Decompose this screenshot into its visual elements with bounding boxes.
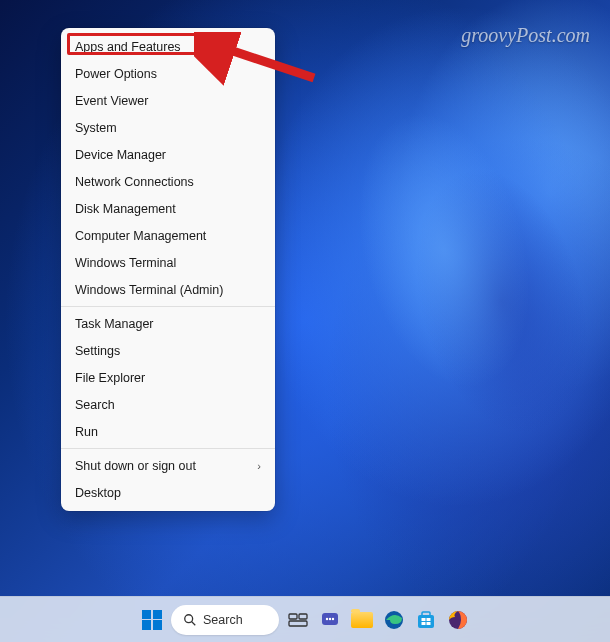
menu-item-label: Network Connections <box>75 175 194 189</box>
watermark-text: groovyPost.com <box>461 24 590 47</box>
svg-point-8 <box>326 617 328 619</box>
taskbar-app-explorer[interactable] <box>349 607 375 633</box>
task-view-icon <box>288 612 308 628</box>
task-view-button[interactable] <box>285 607 311 633</box>
menu-item-device-manager[interactable]: Device Manager <box>61 141 275 168</box>
menu-item-label: Search <box>75 398 115 412</box>
menu-item-file-explorer[interactable]: File Explorer <box>61 364 275 391</box>
menu-item-label: Windows Terminal (Admin) <box>75 283 223 297</box>
svg-point-2 <box>185 614 193 622</box>
menu-item-label: Desktop <box>75 486 121 500</box>
edge-icon <box>383 609 405 631</box>
menu-item-label: Disk Management <box>75 202 176 216</box>
svg-point-9 <box>329 617 331 619</box>
menu-item-label: Apps and Features <box>75 40 181 54</box>
svg-rect-17 <box>427 622 431 625</box>
svg-rect-12 <box>418 615 434 628</box>
menu-item-label: Computer Management <box>75 229 206 243</box>
menu-item-label: File Explorer <box>75 371 145 385</box>
menu-separator <box>61 448 275 449</box>
menu-item-label: Run <box>75 425 98 439</box>
menu-item-label: Settings <box>75 344 120 358</box>
firefox-icon <box>447 609 469 631</box>
svg-rect-5 <box>299 614 307 619</box>
menu-item-label: Windows Terminal <box>75 256 176 270</box>
chevron-right-icon: › <box>257 460 261 472</box>
menu-item-task-manager[interactable]: Task Manager <box>61 310 275 337</box>
svg-rect-6 <box>289 621 307 626</box>
menu-item-disk-management[interactable]: Disk Management <box>61 195 275 222</box>
taskbar-app-edge[interactable] <box>381 607 407 633</box>
file-explorer-icon <box>351 612 373 628</box>
menu-item-windows-terminal-admin[interactable]: Windows Terminal (Admin) <box>61 276 275 303</box>
menu-item-run[interactable]: Run <box>61 418 275 445</box>
menu-item-system[interactable]: System <box>61 114 275 141</box>
taskbar-app-chat[interactable] <box>317 607 343 633</box>
svg-line-3 <box>192 621 196 625</box>
taskbar-app-firefox[interactable] <box>445 607 471 633</box>
svg-rect-4 <box>289 614 297 619</box>
taskbar-search-label: Search <box>203 613 243 627</box>
menu-item-label: Device Manager <box>75 148 166 162</box>
search-icon <box>183 613 197 627</box>
menu-item-label: Event Viewer <box>75 94 148 108</box>
svg-rect-14 <box>422 618 426 621</box>
windows-logo-icon <box>142 610 162 630</box>
menu-item-windows-terminal[interactable]: Windows Terminal <box>61 249 275 276</box>
menu-item-settings[interactable]: Settings <box>61 337 275 364</box>
menu-item-network-connections[interactable]: Network Connections <box>61 168 275 195</box>
menu-item-search[interactable]: Search <box>61 391 275 418</box>
start-button[interactable] <box>139 607 165 633</box>
chat-icon <box>319 609 341 631</box>
menu-item-computer-management[interactable]: Computer Management <box>61 222 275 249</box>
winx-context-menu: Apps and FeaturesPower OptionsEvent View… <box>61 28 275 511</box>
svg-rect-15 <box>427 618 431 621</box>
menu-item-label: System <box>75 121 117 135</box>
taskbar-app-store[interactable] <box>413 607 439 633</box>
svg-rect-16 <box>422 622 426 625</box>
menu-item-apps-and-features[interactable]: Apps and Features <box>61 33 275 60</box>
svg-rect-13 <box>422 612 430 616</box>
menu-item-event-viewer[interactable]: Event Viewer <box>61 87 275 114</box>
menu-item-power-options[interactable]: Power Options <box>61 60 275 87</box>
menu-item-desktop[interactable]: Desktop <box>61 479 275 506</box>
svg-point-10 <box>332 617 334 619</box>
taskbar-search[interactable]: Search <box>171 605 279 635</box>
menu-item-shut-down-or-sign-out[interactable]: Shut down or sign out› <box>61 452 275 479</box>
store-icon <box>415 609 437 631</box>
menu-item-label: Task Manager <box>75 317 154 331</box>
menu-item-label: Shut down or sign out <box>75 459 196 473</box>
taskbar: Search <box>0 596 610 642</box>
menu-item-label: Power Options <box>75 67 157 81</box>
menu-separator <box>61 306 275 307</box>
